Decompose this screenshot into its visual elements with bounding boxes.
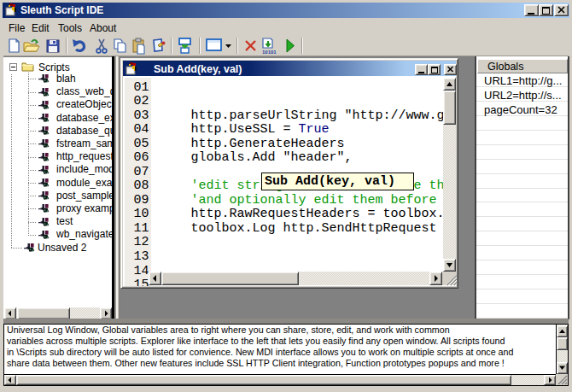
- svg-text:10101: 10101: [262, 50, 277, 55]
